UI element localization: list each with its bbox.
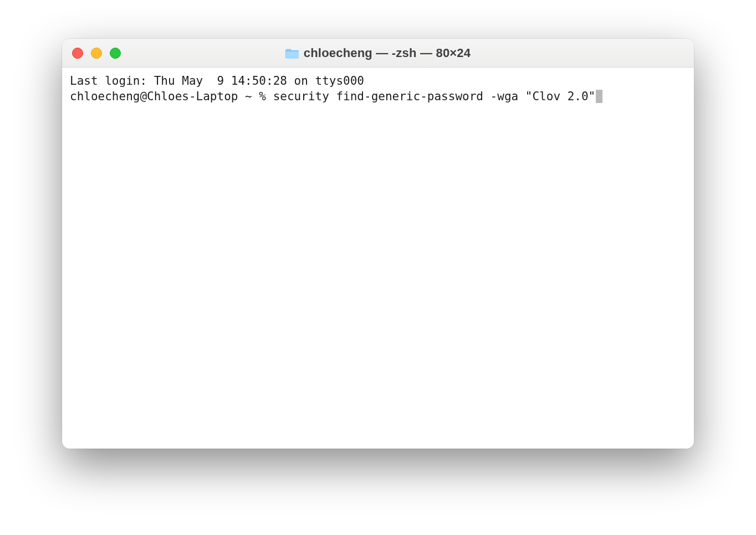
maximize-button[interactable] xyxy=(110,48,121,59)
prompt-line: chloecheng@Chloes-Laptop ~ % security fi… xyxy=(70,89,686,104)
traffic-lights xyxy=(72,48,121,59)
shell-prompt: chloecheng@Chloes-Laptop ~ % xyxy=(70,90,273,103)
folder-icon xyxy=(285,47,299,59)
cursor xyxy=(596,90,602,103)
window-titlebar: chloecheng — -zsh — 80×24 xyxy=(62,39,694,68)
close-button[interactable] xyxy=(72,48,83,59)
terminal-window: chloecheng — -zsh — 80×24 Last login: Th… xyxy=(62,39,694,449)
minimize-button[interactable] xyxy=(91,48,102,59)
typed-command: security find-generic-password -wga "Clo… xyxy=(273,90,596,103)
window-title: chloecheng — -zsh — 80×24 xyxy=(304,46,471,60)
last-login-line: Last login: Thu May 9 14:50:28 on ttys00… xyxy=(70,73,686,89)
terminal-content[interactable]: Last login: Thu May 9 14:50:28 on ttys00… xyxy=(62,68,694,449)
window-title-wrap: chloecheng — -zsh — 80×24 xyxy=(62,46,694,60)
